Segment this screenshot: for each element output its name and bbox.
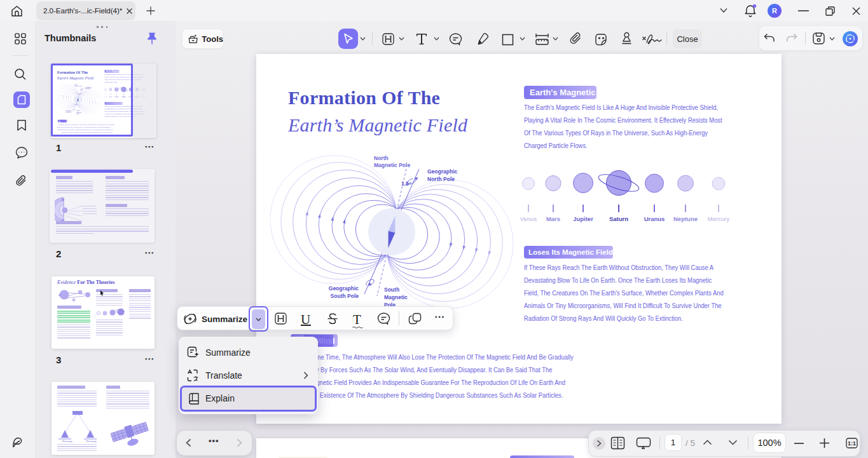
svg-text:Venus: Venus (520, 215, 537, 222)
svg-text:South: South (384, 286, 399, 293)
svg-text:Magnetic: Magnetic (384, 294, 408, 300)
svg-text:Receiving: Receiving (86, 440, 96, 443)
svg-text:Neptune: Neptune (673, 215, 698, 222)
svg-text:North: North (374, 155, 389, 161)
svg-text:Geographic: Geographic (329, 285, 359, 292)
svg-text:Magnetic Pole: Magnetic Pole (374, 162, 410, 168)
svg-text:Mars: Mars (546, 215, 560, 222)
svg-text:N: N (59, 293, 60, 297)
svg-text:1:1: 1:1 (848, 440, 856, 447)
svg-text:Jupiter: Jupiter (573, 215, 593, 222)
svg-text:North Pole: North Pole (427, 176, 455, 182)
svg-text:Saturn: Saturn (609, 215, 628, 222)
svg-text:Uranus: Uranus (644, 215, 665, 222)
svg-text:Receiving: Receiving (62, 440, 72, 443)
svg-text:Geographic: Geographic (427, 168, 458, 175)
svg-text:1.5: 1.5 (401, 180, 409, 187)
svg-text:Mercury: Mercury (708, 215, 730, 222)
svg-text:South Pole: South Pole (331, 293, 359, 299)
